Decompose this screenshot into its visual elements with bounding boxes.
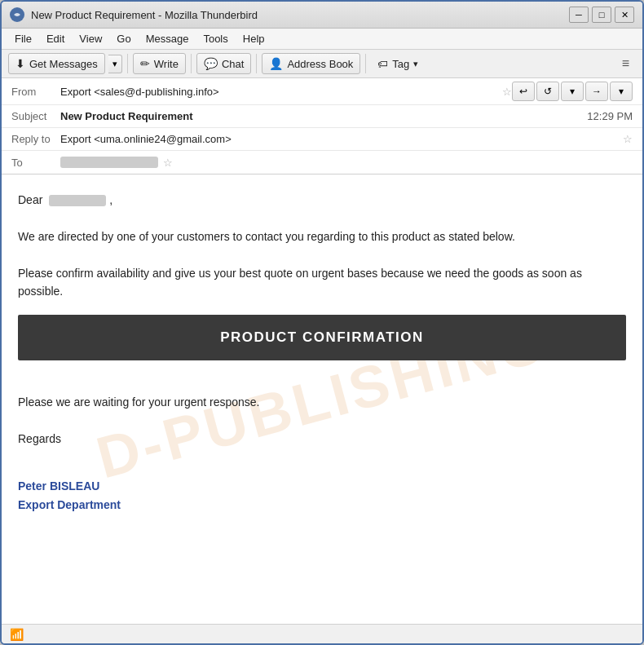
menu-help[interactable]: Help	[236, 30, 271, 47]
toolbar-sep-1	[127, 54, 128, 73]
to-star-icon[interactable]: ☆	[163, 157, 173, 169]
reply-to-row: Reply to Export <uma.onlinie24@gmail.com…	[2, 128, 642, 151]
regards-text: Regards	[18, 430, 626, 448]
write-label: Write	[154, 58, 179, 70]
signature: Peter BISLEAU Export Department	[18, 477, 626, 514]
subject-value: New Product Requirement	[60, 110, 587, 122]
signature-name: Peter BISLEAU	[18, 477, 626, 495]
write-icon: ✏	[140, 57, 150, 70]
thunderbird-icon	[10, 7, 24, 22]
close-button[interactable]: ✕	[615, 7, 634, 23]
tag-button[interactable]: 🏷 Tag ▾	[371, 55, 425, 73]
greeting-line: Dear ,	[18, 191, 626, 209]
nav-expand-button[interactable]: ▾	[561, 82, 584, 101]
reply-to-value: Export <uma.onlinie24@gmail.com>	[60, 133, 618, 145]
menu-file[interactable]: File	[8, 30, 38, 47]
greeting-text: Dear	[18, 193, 42, 206]
from-star-icon[interactable]: ☆	[502, 86, 512, 98]
get-messages-dropdown[interactable]: ▾	[108, 55, 122, 73]
address-book-button[interactable]: 👤 Address Book	[262, 53, 360, 74]
window-controls: ─ □ ✕	[569, 7, 634, 23]
minimize-button[interactable]: ─	[569, 7, 589, 23]
product-confirmation-banner: PRODUCT CONFIRMATION	[18, 315, 626, 360]
toolbar: ⬇ Get Messages ▾ ✏ Write 💬 Chat 👤 Addres…	[2, 50, 642, 78]
write-button[interactable]: ✏ Write	[133, 53, 186, 74]
nav-arrows: ↩ ↺ ▾ → ▾	[512, 82, 633, 101]
subject-label: Subject	[11, 110, 60, 122]
menu-view[interactable]: View	[73, 30, 108, 47]
chat-label: Chat	[222, 58, 244, 70]
to-label: To	[11, 157, 60, 169]
paragraph-2: Please confirm availability and give us …	[18, 264, 626, 301]
email-time: 12:29 PM	[587, 110, 633, 122]
toolbar-sep-2	[191, 54, 192, 73]
get-messages-label: Get Messages	[29, 58, 98, 70]
nav-more-button[interactable]: ▾	[610, 82, 633, 101]
from-row: From Export <sales@d-publishing.info> ☆ …	[2, 78, 642, 105]
title-bar: New Product Requirement - Mozilla Thunde…	[2, 2, 642, 29]
menu-message[interactable]: Message	[139, 30, 196, 47]
nav-back-button[interactable]: ↩	[512, 82, 535, 101]
get-messages-button[interactable]: ⬇ Get Messages	[8, 53, 105, 74]
window-title: New Product Requirement - Mozilla Thunde…	[31, 9, 258, 21]
tag-icon: 🏷	[377, 58, 388, 70]
menu-go[interactable]: Go	[110, 30, 137, 47]
email-body-content: Dear , We are directed by one of your cu…	[18, 191, 626, 514]
title-bar-left: New Product Requirement - Mozilla Thunde…	[10, 7, 258, 22]
to-value-blurred	[60, 157, 158, 168]
paragraph-3: Please we are waiting for your urgent re…	[18, 393, 626, 411]
tag-label: Tag	[392, 58, 409, 70]
reply-to-label: Reply to	[11, 133, 60, 145]
chat-button[interactable]: 💬 Chat	[196, 53, 251, 74]
status-bar: 📶	[2, 624, 642, 643]
nav-forward-button[interactable]: →	[585, 82, 608, 101]
from-value: Export <sales@d-publishing.info>	[60, 86, 497, 98]
paragraph-1: We are directed by one of your customers…	[18, 228, 626, 245]
main-window: New Product Requirement - Mozilla Thunde…	[0, 0, 644, 645]
toolbar-sep-4	[365, 54, 366, 73]
chat-icon: 💬	[204, 57, 218, 70]
to-row: To ☆	[2, 151, 642, 174]
hamburger-menu-button[interactable]: ≡	[615, 53, 636, 74]
menu-tools[interactable]: Tools	[196, 30, 234, 47]
nav-reply-all-button[interactable]: ↺	[536, 82, 559, 101]
recipient-name-blurred	[49, 195, 106, 206]
signature-dept: Export Department	[18, 496, 626, 514]
email-header: From Export <sales@d-publishing.info> ☆ …	[2, 78, 642, 175]
email-body: D-PUBLISHING Dear , We are directed by o…	[2, 175, 642, 624]
reply-to-star-icon[interactable]: ☆	[623, 133, 633, 145]
maximize-button[interactable]: □	[592, 7, 611, 23]
get-messages-icon: ⬇	[15, 57, 25, 70]
menu-bar: File Edit View Go Message Tools Help	[2, 29, 642, 50]
menu-edit[interactable]: Edit	[40, 30, 71, 47]
toolbar-sep-3	[256, 54, 257, 73]
from-label: From	[11, 86, 60, 98]
address-book-icon: 👤	[269, 57, 283, 70]
subject-row: Subject New Product Requirement 12:29 PM	[2, 105, 642, 128]
tag-dropdown-icon: ▾	[413, 59, 418, 69]
address-book-label: Address Book	[287, 58, 353, 70]
activity-icon: 📶	[10, 628, 24, 641]
